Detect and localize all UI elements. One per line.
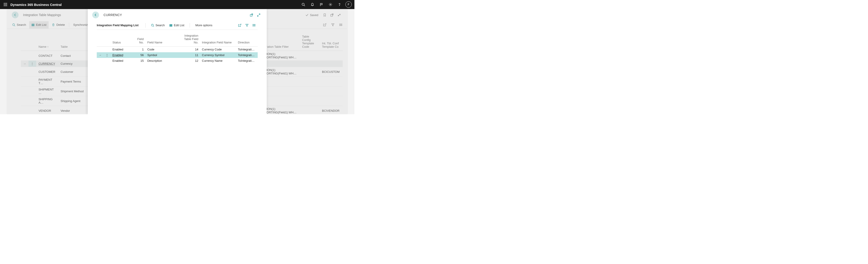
edit-list-button[interactable]: Edit List: [167, 22, 186, 29]
edit-list-button[interactable]: Edit List: [29, 21, 49, 29]
help-icon[interactable]: [335, 0, 344, 9]
svg-rect-18: [32, 24, 34, 24]
svg-rect-3: [4, 4, 4, 5]
svg-rect-31: [170, 25, 172, 26]
svg-rect-8: [6, 5, 7, 6]
svg-rect-4: [5, 4, 6, 5]
search-button[interactable]: Search: [149, 22, 167, 29]
page-title: Integration Table Mappings: [23, 13, 61, 17]
svg-point-37: [253, 25, 253, 25]
svg-rect-32: [170, 26, 172, 26]
svg-point-28: [151, 24, 153, 26]
col-field-name[interactable]: Field Name: [146, 33, 182, 47]
product-title: Dynamics 365 Business Central: [10, 3, 62, 6]
svg-rect-0: [4, 3, 4, 4]
svg-line-10: [304, 5, 305, 6]
row-menu-icon[interactable]: ⋮: [29, 61, 36, 67]
collapse-icon[interactable]: [336, 11, 343, 19]
list-icon[interactable]: [250, 22, 258, 29]
share-icon[interactable]: [321, 21, 328, 29]
svg-rect-1: [5, 3, 6, 4]
filter-icon[interactable]: [243, 22, 250, 29]
notifications-icon[interactable]: [308, 0, 317, 9]
svg-point-13: [330, 4, 331, 5]
svg-rect-30: [170, 24, 172, 25]
gear-icon[interactable]: [326, 0, 335, 9]
col-int-template[interactable]: Int. Tbl. Conf Template Co: [320, 33, 343, 51]
global-header: Dynamics 365 Business Central F: [0, 0, 354, 9]
slide-back-button[interactable]: [92, 11, 99, 18]
search-icon: [151, 24, 154, 27]
slide-list-title: Integration Field Mapping List: [97, 24, 142, 27]
check-icon: [305, 13, 309, 17]
more-options-button[interactable]: More options: [193, 22, 215, 29]
col-cfg-template[interactable]: Table Config Template Code: [300, 33, 320, 51]
svg-point-14: [339, 5, 340, 6]
back-button[interactable]: [12, 11, 19, 18]
row-arrow-icon: →: [97, 52, 104, 58]
search-button[interactable]: Search: [10, 21, 28, 29]
svg-rect-20: [32, 25, 34, 26]
svg-line-29: [153, 26, 154, 27]
popout-icon[interactable]: [248, 11, 255, 19]
svg-point-38: [253, 26, 253, 26]
avatar[interactable]: F: [345, 1, 352, 8]
share-icon[interactable]: [236, 22, 243, 29]
save-status: Saved: [305, 13, 318, 17]
list-icon[interactable]: [337, 21, 344, 29]
delete-icon: [52, 23, 55, 27]
svg-line-17: [14, 25, 16, 26]
flag-icon[interactable]: [317, 0, 326, 9]
svg-rect-6: [4, 5, 4, 6]
table-row[interactable]: Enabled1Code14Currency CodeToIntegrati…: [97, 47, 258, 53]
search-icon: [12, 23, 16, 27]
row-menu-icon[interactable]: ⋮: [104, 52, 111, 58]
svg-rect-19: [32, 25, 34, 25]
search-icon[interactable]: [299, 0, 308, 9]
bookmark-icon[interactable]: [321, 11, 328, 19]
slide-toolbar: Integration Field Mapping List Search Ed…: [97, 21, 258, 30]
edit-list-icon: [31, 23, 35, 27]
svg-rect-7: [5, 5, 6, 6]
svg-rect-5: [6, 4, 7, 5]
col-integ-filter[interactable]: gration Table Filter: [262, 33, 300, 51]
svg-point-16: [13, 24, 15, 26]
svg-point-9: [302, 3, 304, 5]
col-status[interactable]: Status: [111, 33, 131, 47]
slide-header: CURRENCY: [88, 9, 267, 21]
table-row[interactable]: →⋮Enabled56Symbol11Currency SymbolToInte…: [97, 52, 258, 58]
col-field-no[interactable]: Field No.: [131, 33, 146, 47]
table-row[interactable]: Enabled15Description12Currency NameToInt…: [97, 58, 258, 64]
col-name[interactable]: Name ↑: [36, 33, 58, 51]
slide-title: CURRENCY: [103, 13, 122, 17]
expand-icon[interactable]: [255, 11, 262, 19]
popout-icon[interactable]: [328, 11, 336, 19]
filter-icon[interactable]: [329, 21, 336, 29]
edit-list-icon: [169, 24, 173, 27]
row-arrow-icon: →: [21, 61, 29, 67]
app-launcher-icon[interactable]: [2, 1, 9, 8]
col-int-field-name[interactable]: Integration Field Name: [200, 33, 236, 47]
col-int-field-no[interactable]: Integration Table Field No.: [182, 33, 200, 47]
col-direction[interactable]: Direction: [236, 33, 258, 47]
slide-panel: CURRENCY Integration Field Mapping List …: [88, 9, 267, 114]
svg-rect-2: [6, 3, 7, 4]
delete-button[interactable]: Delete: [50, 21, 67, 29]
slide-table: Status Field No. Field Name Integration …: [88, 30, 267, 64]
